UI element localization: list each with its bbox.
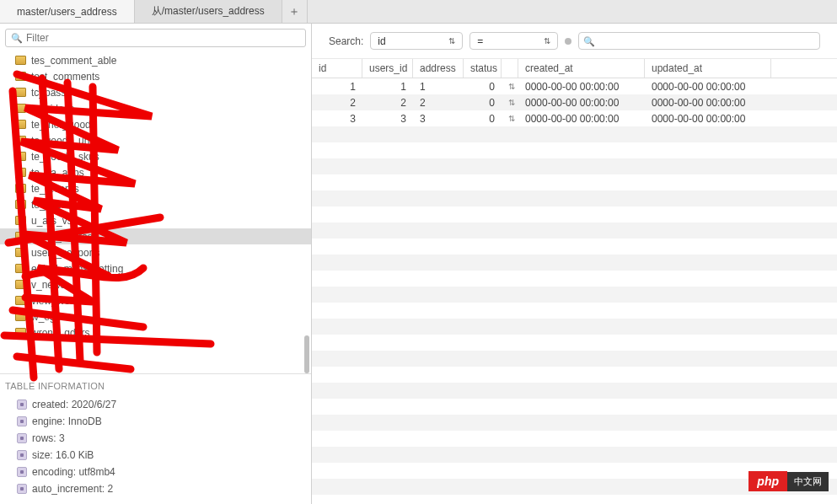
table-row-empty: [312, 415, 837, 431]
table-row-empty: [312, 271, 837, 287]
sidebar-table-item[interactable]: test_comments: [0, 68, 311, 84]
tab-add-button[interactable]: ＋: [282, 0, 308, 23]
table-name: users_coupons: [31, 247, 99, 259]
table-info-row: engine: InnoDB: [3, 413, 308, 430]
cell: ⇅: [502, 80, 518, 93]
chevron-down-icon: ⇅: [544, 36, 550, 46]
column-header-status[interactable]: status: [464, 59, 502, 78]
search-value-input[interactable]: [578, 32, 820, 50]
table-icon: [15, 88, 26, 97]
sidebar: 🔍 tes_comment_abletest_commentstc_passte…: [0, 24, 312, 504]
sidebar-table-item[interactable]: view_words: [0, 292, 311, 308]
table-icon: [15, 264, 26, 273]
table-info-row: created: 2020/6/27: [3, 396, 308, 413]
table-name: te_ther_goods: [31, 119, 96, 131]
column-header-id[interactable]: id: [312, 59, 362, 78]
sidebar-table-item[interactable]: te_records: [0, 180, 311, 196]
table-name: te_goods_units: [31, 135, 99, 147]
tab-label: master/users_address: [17, 6, 117, 18]
table-list[interactable]: tes_comment_abletest_commentstc_passte_v…: [0, 52, 311, 373]
table-icon: [15, 328, 26, 337]
sidebar-table-item[interactable]: te_bocar: [0, 196, 311, 212]
cell: 0000-00-00 00:00:00: [518, 79, 645, 94]
search-icon: 🔍: [583, 35, 595, 46]
status-dot: [565, 38, 571, 45]
search-operator-select[interactable]: = ⇅: [469, 32, 558, 50]
data-table: id users_id address status created_at up…: [312, 59, 837, 504]
table-icon: [15, 136, 26, 145]
info-label: created: 2020/6/27: [32, 399, 116, 410]
bullet-icon: [17, 416, 27, 426]
table-icon: [15, 56, 26, 65]
cell: 0000-00-00 00:00:00: [645, 95, 771, 110]
cell: 0: [464, 79, 502, 94]
column-header-users-id[interactable]: users_id: [362, 59, 413, 78]
table-row[interactable]: 3330⇅0000-00-00 00:00:000000-00-00 00:00…: [312, 110, 837, 126]
watermark-badge: php 中文网: [748, 471, 829, 491]
tab-master-users-address[interactable]: master/users_address: [0, 0, 135, 23]
table-row-empty: [312, 142, 837, 158]
table-name: tc_pass: [31, 87, 66, 99]
sidebar-table-item[interactable]: tc_pass: [0, 84, 311, 100]
data-panel: Search: id ⇅ = ⇅ 🔍 id users_id address s…: [312, 24, 837, 504]
table-row[interactable]: 1110⇅0000-00-00 00:00:000000-00-00 00:00…: [312, 78, 837, 94]
info-label: encoding: utf8mb4: [32, 466, 115, 478]
column-header-updated-at[interactable]: updated_at: [645, 59, 771, 78]
column-sort-icon[interactable]: [502, 59, 518, 78]
scrollbar-thumb[interactable]: [304, 335, 309, 373]
sidebar-table-item[interactable]: v_news: [0, 276, 311, 292]
select-value: id: [378, 35, 385, 47]
sidebar-table-item[interactable]: users_coupons: [0, 244, 311, 260]
cell: 0: [464, 95, 502, 110]
info-label: size: 16.0 KiB: [32, 449, 94, 461]
cell: 1: [362, 79, 413, 94]
table-info-row: auto_increment: 2: [3, 480, 308, 497]
table-name: te_records: [31, 183, 79, 195]
sidebar-table-item[interactable]: te_ther_goods: [0, 116, 311, 132]
sidebar-table-item[interactable]: te_goods_skus: [0, 148, 311, 164]
sidebar-table-item[interactable]: users_address: [0, 228, 311, 244]
table-row-empty: [312, 206, 837, 223]
cell: 2: [413, 95, 464, 110]
table-row-empty: [312, 239, 837, 255]
table-row-empty: [312, 223, 837, 239]
table-row-empty: [312, 367, 837, 383]
filter-input[interactable]: [5, 29, 306, 47]
tabs-bar: master/users_address 从/master/users_addr…: [0, 0, 837, 24]
table-icon: [15, 72, 26, 81]
table-row-empty: [312, 174, 837, 190]
table-row-empty: [312, 287, 837, 303]
table-row-empty: [312, 126, 837, 142]
sidebar-table-item[interactable]: tes_comment_able: [0, 52, 311, 68]
table-icon: [15, 296, 26, 305]
chevron-down-icon: ⇅: [448, 36, 455, 46]
sidebar-table-item[interactable]: te_videos: [0, 100, 311, 116]
table-icon: [15, 168, 26, 177]
table-icon: [15, 280, 26, 289]
table-row-empty: [312, 335, 837, 351]
bullet-icon: [17, 450, 27, 460]
table-info-row: rows: 3: [3, 430, 308, 447]
sidebar-table-item[interactable]: u_ars_vsl: [0, 212, 311, 228]
column-header-address[interactable]: address: [413, 59, 464, 78]
column-header-created-at[interactable]: created_at: [518, 59, 645, 78]
sidebar-table-item[interactable]: ertical_msgs_setting: [0, 260, 311, 276]
sidebar-table-item[interactable]: te_goods_units: [0, 132, 311, 148]
info-label: auto_increment: 2: [32, 483, 113, 495]
php-logo: php: [748, 471, 787, 491]
sidebar-table-item[interactable]: te_pa_apps: [0, 164, 311, 180]
table-header-row: id users_id address status created_at up…: [312, 59, 837, 78]
cell: ⇅: [502, 112, 518, 125]
table-row-empty: [312, 447, 837, 463]
table-row-empty: [312, 190, 837, 206]
bullet-icon: [17, 467, 27, 477]
sidebar-table-item[interactable]: w_eg: [0, 308, 311, 324]
bullet-icon: [17, 433, 27, 443]
table-name: te_bocar: [31, 199, 71, 211]
table-row[interactable]: 2220⇅0000-00-00 00:00:000000-00-00 00:00…: [312, 94, 837, 110]
sidebar-table-item[interactable]: wrong_gders: [0, 324, 311, 340]
search-column-select[interactable]: id ⇅: [370, 32, 463, 50]
table-row-empty: [312, 351, 837, 367]
table-name: te_pa_apps: [31, 167, 84, 179]
tab-slave-master-users-address[interactable]: 从/master/users_address: [135, 0, 282, 23]
